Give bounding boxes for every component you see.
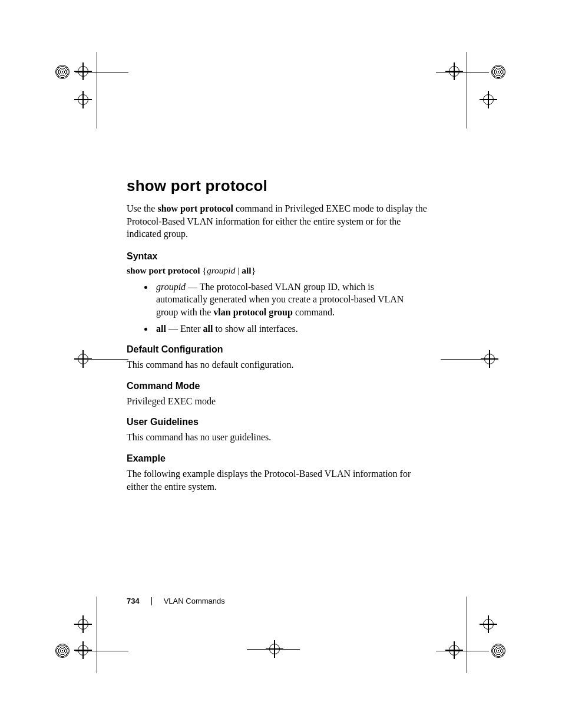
default-config-heading: Default Configuration [127,344,427,355]
syntax-heading: Syntax [127,251,427,262]
command-mode-text: Privileged EXEC mode [127,395,427,408]
page-number: 734 [127,597,140,605]
syntax-all: all [242,265,251,275]
bullet-dash: — [166,324,180,334]
bullet-dash: — [186,282,200,292]
syntax-sep: | [235,265,242,275]
bullet-term: groupid [156,282,186,292]
content-area: show port protocol Use the show port pro… [127,177,427,499]
user-guidelines-heading: User Guidelines [127,417,427,427]
bullet-bold-tail: vlan protocol group [213,307,293,317]
intro-paragraph: Use the show port protocol command in Pr… [127,202,427,241]
intro-pre: Use the [127,203,157,213]
page-footer: 734 VLAN Commands [127,597,225,605]
syntax-open: { [200,265,207,275]
syntax-arg: groupid [207,265,236,275]
bullet-tail: command. [293,307,335,317]
user-guidelines-text: This command has no user guidelines. [127,431,427,444]
bullet-groupid: groupid — The protocol-based VLAN group … [154,281,427,319]
example-text: The following example displays the Proto… [127,467,427,493]
intro-command: show port protocol [157,203,233,213]
bullet-term: all [156,324,166,334]
command-title: show port protocol [127,177,427,195]
command-mode-heading: Command Mode [127,381,427,391]
syntax-close: } [252,265,256,275]
page: show port protocol Use the show port pro… [0,0,562,728]
chapter-name: VLAN Commands [164,597,225,605]
bullet-bold-mid: all [203,324,213,334]
bullet-all: all — Enter all to show all interfaces. [154,322,427,335]
syntax-bullets: groupid — The protocol-based VLAN group … [127,281,427,335]
bullet-pre: Enter [180,324,203,334]
example-heading: Example [127,453,427,464]
syntax-line: show port protocol {groupid | all} [127,265,427,276]
default-config-text: This command has no default configuratio… [127,358,427,371]
bullet-post: to show all interfaces. [213,324,297,334]
footer-divider [151,597,152,605]
syntax-cmd: show port protocol [127,265,200,275]
